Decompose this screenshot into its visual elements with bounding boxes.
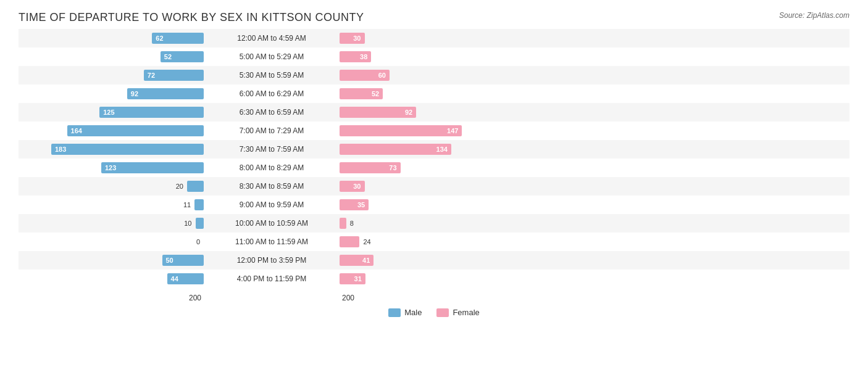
female-bar: 147 [340, 125, 462, 136]
male-value-outside: 11 [183, 201, 191, 208]
female-bar: 52 [340, 88, 383, 99]
time-label: 8:00 AM to 8:29 AM [204, 163, 340, 172]
female-bar [340, 236, 359, 247]
bar-row: 5012:00 PM to 3:59 PM41 [19, 251, 849, 270]
time-label: 11:00 AM to 11:59 AM [204, 237, 340, 246]
female-value-inside: 41 [362, 257, 370, 264]
male-value-inside: 52 [164, 53, 172, 60]
female-value-inside: 35 [357, 201, 365, 208]
axis-left-label: 200 [19, 294, 204, 302]
female-bar: 73 [340, 162, 401, 173]
male-bar [194, 199, 204, 210]
female-value-inside: 30 [353, 35, 361, 42]
male-bar: 72 [144, 70, 204, 81]
female-swatch [436, 308, 449, 317]
bar-row: 926:00 AM to 6:29 AM52 [19, 85, 849, 103]
time-label: 12:00 AM to 4:59 AM [204, 34, 340, 43]
male-label: Male [404, 308, 422, 317]
female-bar: 92 [340, 107, 416, 118]
male-value-inside: 44 [171, 275, 178, 282]
female-bar: 31 [340, 273, 365, 284]
time-label: 4:00 PM to 11:59 PM [204, 274, 340, 283]
male-value-inside: 164 [71, 127, 82, 134]
chart-title: TIME OF DEPARTURE TO WORK BY SEX IN KITT… [19, 11, 849, 24]
male-bar: 125 [99, 107, 204, 118]
male-value-inside: 92 [131, 90, 138, 97]
chart-area: 6212:00 AM to 4:59 AM30525:00 AM to 5:29… [19, 29, 849, 288]
male-value-inside: 72 [148, 72, 155, 79]
bar-row: 1837:30 AM to 7:59 AM134 [19, 140, 849, 159]
time-label: 12:00 PM to 3:59 PM [204, 256, 340, 265]
bar-row: 011:00 AM to 11:59 AM24 [19, 233, 849, 251]
male-value-inside: 50 [166, 257, 173, 264]
bar-row: 6212:00 AM to 4:59 AM30 [19, 29, 849, 47]
female-value-inside: 31 [354, 275, 362, 282]
time-label: 8:30 AM to 8:59 AM [204, 182, 340, 191]
time-label: 9:00 AM to 9:59 AM [204, 200, 340, 209]
bar-row: 1647:00 AM to 7:29 AM147 [19, 122, 849, 140]
male-value-zero: 0 [196, 238, 200, 245]
male-value-inside: 125 [103, 109, 114, 116]
time-label: 6:00 AM to 6:29 AM [204, 89, 340, 98]
female-bar: 134 [340, 144, 451, 155]
male-value-inside: 183 [55, 146, 66, 153]
female-bar: 41 [340, 255, 373, 266]
male-bar [187, 181, 204, 192]
male-bar: 44 [167, 273, 204, 284]
female-value-inside: 134 [436, 146, 448, 153]
female-value-inside: 38 [360, 53, 367, 60]
female-label: Female [453, 308, 479, 317]
female-value-outside: 8 [350, 220, 354, 227]
male-bar: 62 [152, 33, 204, 44]
bar-row: 119:00 AM to 9:59 AM35 [19, 196, 849, 214]
male-value-inside: 123 [105, 164, 116, 171]
legend-female: Female [436, 308, 479, 317]
male-value-outside: 20 [176, 183, 183, 190]
male-bar: 50 [162, 255, 204, 266]
female-bar [340, 218, 346, 229]
male-bar: 164 [67, 125, 204, 136]
female-value-inside: 73 [389, 164, 396, 171]
female-value-inside: 92 [405, 109, 412, 116]
female-value-inside: 60 [378, 72, 386, 79]
female-bar: 35 [340, 199, 369, 210]
time-label: 7:30 AM to 7:59 AM [204, 145, 340, 154]
female-bar: 38 [340, 51, 371, 62]
time-label: 7:00 AM to 7:29 AM [204, 126, 340, 135]
bar-row: 1010:00 AM to 10:59 AM8 [19, 214, 849, 233]
bar-row: 444:00 PM to 11:59 PM31 [19, 270, 849, 288]
female-bar: 30 [340, 181, 365, 192]
bar-row: 1256:30 AM to 6:59 AM92 [19, 103, 849, 122]
male-bar [196, 218, 204, 229]
male-value-outside: 10 [184, 220, 191, 227]
male-swatch [388, 308, 401, 317]
male-bar: 183 [51, 144, 204, 155]
axis-row: 200 200 [19, 291, 849, 305]
female-value-outside: 24 [363, 238, 370, 245]
female-bar: 30 [340, 33, 365, 44]
chart-container: TIME OF DEPARTURE TO WORK BY SEX IN KITT… [0, 0, 868, 367]
time-label: 5:30 AM to 5:59 AM [204, 71, 340, 80]
female-bar: 60 [340, 70, 390, 81]
female-value-inside: 30 [353, 183, 361, 190]
male-bar: 92 [127, 88, 204, 99]
bar-row: 525:00 AM to 5:29 AM38 [19, 47, 849, 66]
male-bar: 123 [101, 162, 204, 173]
legend: Male Female [19, 308, 849, 317]
male-bar: 52 [161, 51, 204, 62]
source-label: Source: ZipAtlas.com [779, 11, 849, 20]
female-value-inside: 52 [372, 90, 379, 97]
time-label: 5:00 AM to 5:29 AM [204, 52, 340, 61]
bar-row: 725:30 AM to 5:59 AM60 [19, 66, 849, 85]
male-value-inside: 62 [156, 35, 163, 42]
bar-row: 1238:00 AM to 8:29 AM73 [19, 159, 849, 177]
female-value-inside: 147 [447, 127, 458, 134]
time-label: 6:30 AM to 6:59 AM [204, 108, 340, 117]
bar-row: 208:30 AM to 8:59 AM30 [19, 177, 849, 196]
time-label: 10:00 AM to 10:59 AM [204, 219, 340, 228]
axis-right-label: 200 [340, 294, 525, 302]
legend-male: Male [388, 308, 422, 317]
